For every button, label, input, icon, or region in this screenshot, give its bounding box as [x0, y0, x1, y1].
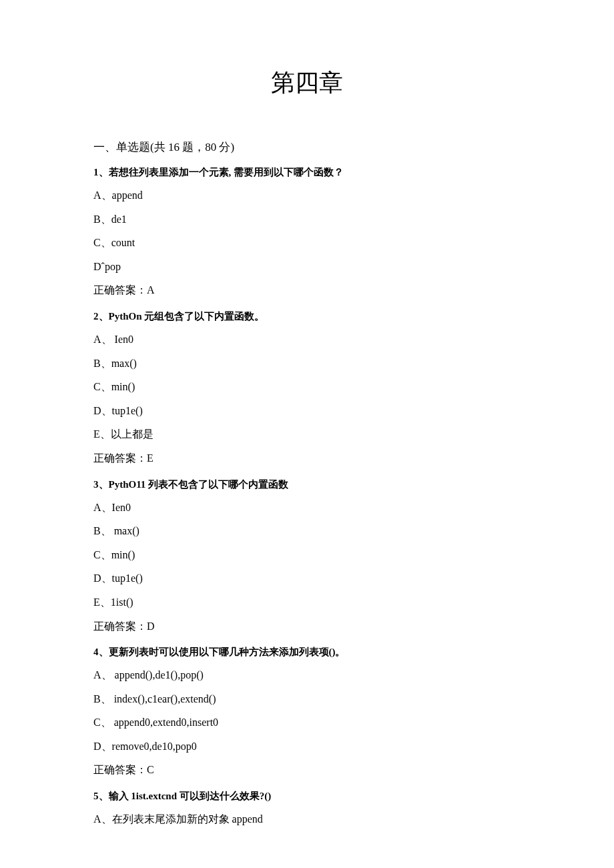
question-option: C、 append0,extend0,insert0 — [93, 714, 521, 731]
correct-answer: 正确答案：C — [93, 761, 521, 779]
question-option: B、max() — [93, 355, 521, 372]
question-option: B、 max() — [93, 522, 521, 540]
question-option: D、remove0,de10,pop0 — [93, 738, 521, 755]
question-stem: 5、输入 1ist.extcnd 可以到达什么效果?() — [93, 788, 521, 804]
question-option: D、tup1e() — [93, 570, 521, 587]
question-option: A、 append(),de1(),pop() — [93, 667, 521, 684]
question-option: C、count — [93, 234, 521, 252]
question-option: C、min() — [93, 546, 521, 564]
question-option: D、tup1e() — [93, 402, 521, 420]
question-stem: 3、PythO11 列表不包含了以下哪个内置函数 — [93, 476, 521, 492]
section-header: 一、单选题(共 16 题，80 分) — [93, 139, 521, 155]
question-stem: 1、若想往列表里添加一个元素, 需要用到以下哪个函数？ — [93, 164, 521, 180]
question-stem: 2、PythOn 元组包含了以下内置函数。 — [93, 308, 521, 324]
correct-answer: 正确答案：A — [93, 282, 521, 299]
question-option: A、Ien0 — [93, 499, 521, 516]
document-page: 第四章 一、单选题(共 16 题，80 分) 1、若想往列表里添加一个元素, 需… — [0, 0, 614, 868]
question-option: A、append — [93, 187, 521, 204]
correct-answer: 正确答案：D — [93, 618, 521, 635]
correct-answer: 正确答案：E — [93, 450, 521, 467]
question-option: E、以上都是 — [93, 426, 521, 443]
question-option: E、1ist() — [93, 594, 521, 611]
chapter-title: 第四章 — [93, 67, 521, 99]
question-stem: 4、更新列表时可以使用以下哪几种方法来添加列表项()。 — [93, 644, 521, 660]
question-option: B、de1 — [93, 211, 521, 228]
question-option: C、min() — [93, 378, 521, 396]
question-option: A、在列表末尾添加新的对象 append — [93, 811, 521, 828]
question-option: B、 index(),c1ear(),extend() — [93, 691, 521, 708]
question-option: A、 Ien0 — [93, 331, 521, 348]
question-option: Dˆpop — [93, 258, 521, 276]
